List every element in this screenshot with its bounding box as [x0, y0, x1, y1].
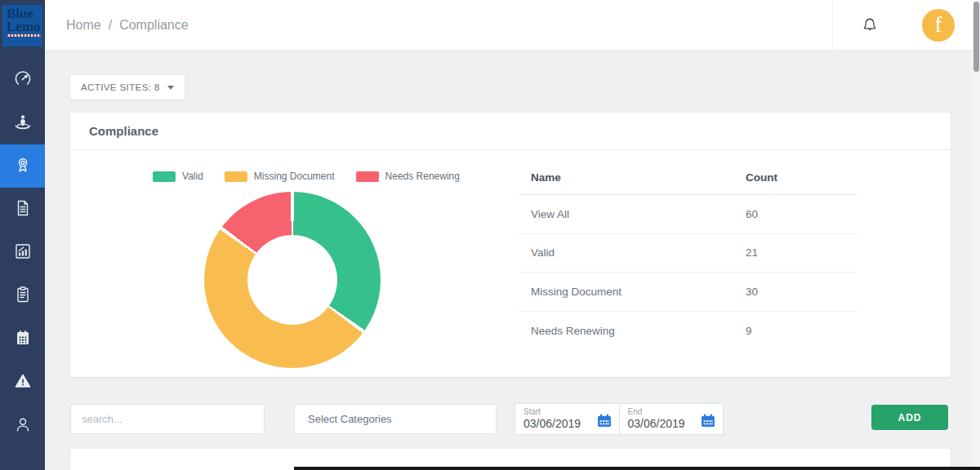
- row-count: 30: [746, 286, 858, 298]
- sidebar-item-sites[interactable]: [0, 101, 45, 144]
- document-icon: [13, 198, 33, 221]
- active-sites-label: ACTIVE SITES: 8: [81, 82, 160, 92]
- scrollbar-thumb[interactable]: [973, 2, 979, 72]
- sidebar-item-documents[interactable]: [0, 188, 45, 231]
- card-title: Compliance: [89, 124, 158, 138]
- add-button[interactable]: ADD: [871, 405, 948, 430]
- date-range-picker: Start 03/06/2019 End 03/06/2019: [514, 403, 724, 435]
- table-row[interactable]: View All 60: [519, 195, 858, 234]
- warning-icon: [13, 371, 33, 394]
- compliance-card: Compliance Valid Missing Document Needs …: [70, 113, 951, 377]
- row-count: 21: [746, 246, 858, 259]
- breadcrumb-home[interactable]: Home: [66, 18, 101, 33]
- sidebar-item-compliance[interactable]: [0, 144, 45, 188]
- sidebar-item-reports[interactable]: [0, 231, 45, 274]
- user-icon: [13, 415, 33, 437]
- table-row[interactable]: Valid 21: [519, 234, 858, 273]
- legend-item-missing-document[interactable]: Missing Document: [225, 171, 335, 182]
- vertical-scrollbar[interactable]: [973, 0, 980, 470]
- chevron-down-icon: [167, 86, 174, 90]
- bottom-media-bar: [294, 467, 980, 470]
- logo-tagline: [7, 34, 41, 37]
- end-date-value: 03/06/2019: [628, 417, 696, 430]
- donut-chart-hole: [247, 235, 337, 325]
- row-name: Missing Document: [519, 286, 746, 298]
- start-date-value: 03/06/2019: [523, 417, 591, 430]
- calendar-picker-icon[interactable]: [700, 413, 716, 429]
- card-header: Compliance: [70, 113, 951, 150]
- end-date-label: End: [628, 407, 696, 416]
- breadcrumb: Home / Compliance: [66, 18, 189, 33]
- search-input[interactable]: [70, 404, 265, 434]
- end-date-field[interactable]: End 03/06/2019: [619, 404, 724, 434]
- categories-select[interactable]: Select Categories: [294, 404, 497, 434]
- sidebar-item-dashboard[interactable]: [0, 58, 45, 101]
- legend-swatch-valid: [153, 171, 176, 182]
- start-date-field[interactable]: Start 03/06/2019: [515, 404, 619, 434]
- column-header-count: Count: [746, 171, 858, 184]
- avatar-letter: f: [935, 12, 942, 38]
- top-header: Home / Compliance f: [45, 0, 973, 51]
- header-right-section: f: [832, 0, 973, 51]
- sidebar-nav: [0, 58, 45, 447]
- table-row[interactable]: Needs Renewing 9: [519, 312, 858, 351]
- sidebar-item-alerts[interactable]: [0, 361, 45, 404]
- clipboard-icon: [13, 285, 33, 308]
- column-header-name: Name: [519, 171, 746, 184]
- row-name: View All: [519, 208, 746, 220]
- bar-chart-icon: [13, 242, 33, 264]
- categories-select-label: Select Categories: [308, 413, 392, 425]
- sidebar: Blue Lemo: [0, 0, 45, 470]
- legend-swatch-needs-renewing: [356, 171, 379, 182]
- calendar-picker-icon[interactable]: [596, 413, 612, 429]
- sidebar-item-profile[interactable]: [0, 404, 45, 447]
- donut-chart[interactable]: [204, 192, 381, 368]
- chart-legend: Valid Missing Document Needs Renewing: [90, 171, 523, 182]
- breadcrumb-separator: /: [109, 18, 112, 33]
- legend-label: Missing Document: [254, 171, 335, 182]
- sidebar-item-tasks[interactable]: [0, 274, 45, 317]
- compliance-summary-table: Name Count View All 60 Valid 21 Missing …: [519, 160, 858, 350]
- award-icon: [13, 155, 33, 178]
- table-row[interactable]: Missing Document 30: [519, 273, 858, 312]
- breadcrumb-current: Compliance: [119, 18, 188, 33]
- legend-label: Valid: [182, 171, 203, 182]
- person-location-icon: [13, 112, 33, 135]
- bell-icon: [861, 16, 879, 35]
- gauge-icon: [13, 69, 33, 91]
- notifications-button[interactable]: [861, 16, 879, 35]
- row-name: Needs Renewing: [519, 325, 746, 337]
- row-count: 9: [746, 325, 858, 337]
- active-sites-dropdown[interactable]: ACTIVE SITES: 8: [70, 75, 185, 100]
- legend-swatch-missing-document: [225, 171, 247, 182]
- sidebar-item-calendar[interactable]: [0, 317, 45, 361]
- start-date-label: Start: [523, 407, 591, 416]
- row-count: 60: [746, 208, 858, 220]
- legend-item-valid[interactable]: Valid: [153, 171, 203, 182]
- legend-label: Needs Renewing: [385, 171, 460, 182]
- calendar-icon: [13, 328, 33, 351]
- table-header-row: Name Count: [519, 160, 858, 195]
- app-logo[interactable]: Blue Lemo: [2, 5, 42, 47]
- logo-text-line2: Lemo: [7, 20, 42, 33]
- legend-item-needs-renewing[interactable]: Needs Renewing: [356, 171, 460, 182]
- avatar[interactable]: f: [922, 9, 955, 42]
- row-name: Valid: [519, 246, 746, 259]
